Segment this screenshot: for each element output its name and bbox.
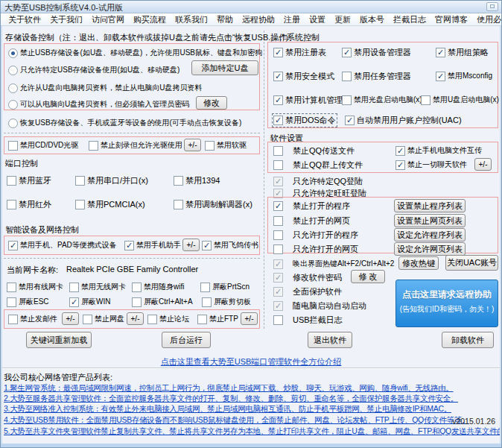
checkbox-disable-feige[interactable]: 禁用飞鸽传书 [202,240,258,250]
checkbox-disable-group-policy[interactable]: 禁用组策略 [436,47,489,58]
checkbox-usb-block-log[interactable]: USB拦截日志 [273,315,343,326]
checkbox-block-qq-group-upload[interactable]: 禁止QQ群上传文件 [273,160,363,171]
checkbox-disable-1394[interactable]: 禁用1394 [174,175,220,186]
menu-block-log[interactable]: 拦截日志 [389,14,430,25]
software-intro-link[interactable]: 点击这里查看大势至USB端口管理软件全方位介绍 [1,356,501,367]
checkbox-label: 禁用1394 [185,175,220,186]
radio-pc-to-usb-password[interactable]: 可以从电脑向U盘拷贝资料，但必须输入管理员密码 [8,99,189,110]
set-blocked-webpages-button[interactable]: 设置禁止网页列表 [394,214,466,227]
checkbox-block-programs[interactable]: 禁止打开的程序 [273,201,350,212]
checkbox-disable-task-manager[interactable]: 禁用任务管理器 [342,71,411,82]
menu-blog[interactable]: 官网博客 [430,14,472,25]
checkbox-disable-serial-parallel[interactable]: 禁用串口/并口(x) [75,175,148,186]
checkbox-block-burning[interactable]: 禁止刻录但允许光驱使用 [89,140,182,151]
checkbox-block-webpages[interactable]: 禁止打开的网页 [273,215,350,227]
checkbox-block-esc[interactable]: 屏蔽ESC [7,297,49,307]
checkbox-disable-bluetooth[interactable]: 禁用蓝牙 [7,175,51,186]
product-link-network-access[interactable]: 3.大势至网络准入控制系统：有效禁止外来电脑接入局域网、禁止局域网电脑相互通讯、… [4,404,451,414]
checkbox-disable-floppy[interactable]: 禁用软驱 [205,140,247,151]
close-button[interactable] [486,2,498,11]
radio-restore-usb[interactable]: 恢复USB存储设备、手机或蓝牙等设备的使用(可手动点击恢复设备) [8,118,241,128]
checkbox-block-netdisk[interactable]: 禁止网盘 [83,314,124,324]
checkbox-disable-msconfig[interactable]: 禁用Msconfig [436,71,492,81]
menu-visit-site[interactable]: 访问官网 [87,14,129,25]
checkbox-disable-modem[interactable]: 禁用调制解调器(x) [174,199,252,210]
menu-register[interactable]: 注册 [279,14,305,25]
plus-minus-button[interactable]: +/- [241,312,258,325]
plus-minus-button[interactable]: +/- [184,139,201,151]
modify-hotkey-button[interactable]: 修改热键 [398,256,439,270]
product-link-share-manager[interactable]: 2.大势至服务器共享管理软件：全面监控服务器共享文件的打开、复制、修改、删除、剪… [4,394,458,404]
checkbox-disable-wireless-nic[interactable]: 禁用无线网卡 [69,282,126,292]
checkbox-modify-password[interactable]: 修改软件密码 [273,272,342,283]
checkbox-disable-phone-assistant[interactable]: 禁用手机助手 [124,240,181,250]
radio-allow-specific-usb[interactable]: 只允许特定USB存储设备使用(如U盘、移动硬盘) [8,65,179,75]
product-link-jusheng[interactable]: 1.聚生网管系统：最强局域网限制网速，控制员工上网行为，彻底禁止局域网下载、炒股… [4,383,454,394]
plus-minus-button[interactable]: +/- [127,312,144,325]
checkbox-block-prtscn[interactable]: 屏蔽PrtScn [200,282,250,292]
set-allowed-webpages-button[interactable]: 设定允许网页列表 [394,242,466,256]
modify-password-button[interactable]: 修 改 [351,270,385,283]
checkbox-hotkey[interactable]: 唤出界面热键Alt+F2/Ctrl+Alt+2 [273,259,394,269]
menu-settings[interactable]: 设置 [305,14,330,25]
add-specific-usb-button[interactable]: 添加特定U盘 [191,60,258,75]
checkbox-disable-regedit[interactable]: 禁用注册表 [273,47,326,58]
checkbox-disable-wired-nic[interactable]: 禁用有线网卡 [7,282,63,292]
checkbox-disable-dos[interactable]: 禁用DOS命令 [273,115,336,126]
checkbox-box [205,141,215,151]
menu-about-us[interactable]: 关于我们 [45,14,87,25]
checkbox-block-win-key[interactable]: 屏蔽WIN [69,297,110,307]
checkbox-allow-only-webpages[interactable]: 只允许打开的网页 [273,244,358,255]
checkbox-only-specific-qq[interactable]: 只允许特定QQ登陆 [273,176,363,187]
checkbox-box [342,48,352,57]
checkbox-disable-device-manager[interactable]: 禁用设备管理器 [342,47,411,58]
menu-version[interactable]: 版本号 [355,14,389,25]
checkbox-disable-phone-pad[interactable]: 禁用手机、PAD等便携式设备 [8,240,117,250]
checkbox-disable-portable-wifi[interactable]: 禁用随身wifi [132,282,184,292]
product-link-usb-disable[interactable]: 4.大势至USB禁用软件：全面禁用USB存储设备而不影响USB鼠标键盘使用，全面… [4,415,469,426]
checkbox-block-ctrl-alt-a[interactable]: 屏蔽Ctrl+Alt+A [132,297,193,307]
checkbox-protect-software[interactable]: 全面保护软件 [273,286,342,297]
radio-disable-usb-storage[interactable]: 禁止USB存储设备(如U盘、移动硬盘)，允许使用USB鼠标、键盘和加密狗 [8,48,262,58]
checkbox-block-clipboard[interactable]: 屏蔽剪切板 [202,297,251,307]
checkbox-disable-computer-mgmt[interactable]: 禁用计算机管理 [273,95,343,106]
checkbox-block-ftp[interactable]: 禁止FTP [197,314,238,324]
plus-minus-button[interactable]: +/- [182,239,200,251]
radio-usb-to-pc-only[interactable]: 允许从U盘向电脑拷贝资料，禁止从电脑向U盘拷贝资料 [8,83,202,93]
remote-assist-button[interactable]: 点击这里请求远程协助 (告知我们ID和密码，勿关！) [395,280,498,327]
close-uac-account-button[interactable]: 关闭UAC账号 [445,255,498,271]
checkbox-block-qq-file[interactable]: 禁止QQ传送文件 [273,145,355,157]
product-link-shared-folder[interactable]: 5.大势至共享文件夹管理软件禁止复制共享文件、禁止将共享文件另存为本地、禁止打印… [4,426,502,437]
checkbox-disable-infrared[interactable]: 禁用红外 [7,199,51,210]
checkbox-block-email[interactable]: 禁止发邮件 [8,314,57,324]
menu-about-software[interactable]: 关于软件 [4,14,45,25]
checkbox-block-forum[interactable]: 禁止论坛 [147,314,189,324]
checkbox-block-phone-pc-transfer[interactable]: 禁止手机电脑文件互传 [395,145,482,156]
menu-update[interactable]: 更新 [330,14,355,25]
checkbox-disable-cd-dvd[interactable]: 禁用CD/DVD光驱 [8,140,78,151]
uninstall-software-button[interactable]: 卸载软件 [442,332,494,348]
plus-minus-button[interactable]: +/- [474,158,492,171]
separator [2,367,501,369]
checkbox-disable-pcmcia[interactable]: 禁用PCMCIA(x) [75,199,145,210]
menu-must-read[interactable]: 使用必读 [472,14,502,25]
reload-keywords-button[interactable]: 关键词重新加载 [26,332,92,348]
section-smart-device-title: 智能设备及网络控制 [5,224,79,236]
menu-help[interactable]: 帮助 [212,14,238,25]
checkbox-autostart[interactable]: 随电脑启动自动启动 [273,300,366,312]
checkbox-auto-disable-uac[interactable]: 自动禁用用户账户控制(UAC) [345,115,462,126]
checkbox-disable-safe-mode[interactable]: 禁用安全模式 [273,71,334,82]
checkbox-block-all-chat[interactable]: 禁止一切聊天软件 [395,160,467,170]
menu-contact[interactable]: 联系我们 [171,14,212,25]
menu-purchase[interactable]: 购买流程 [129,14,171,25]
set-blocked-programs-button[interactable]: 设置禁止程序列表 [394,199,466,212]
modify-admin-password-button[interactable]: 修改 [196,96,227,110]
checkbox-disable-cd-boot[interactable]: 禁用光盘启动电脑(x) [342,95,422,105]
set-allowed-programs-button[interactable]: 设定允许程序列表 [394,228,466,242]
plus-minus-button[interactable]: +/- [62,312,79,325]
exit-software-button[interactable]: 退出软件 [308,332,352,348]
run-in-background-button[interactable]: 后台运行 [162,332,211,348]
checkbox-disable-usb-boot[interactable]: 禁用U盘启动电脑(x) [421,95,499,105]
menu-remote-assist[interactable]: 远程协助 [238,14,279,25]
checkbox-allow-only-programs[interactable]: 只允许打开的程序 [273,230,358,241]
